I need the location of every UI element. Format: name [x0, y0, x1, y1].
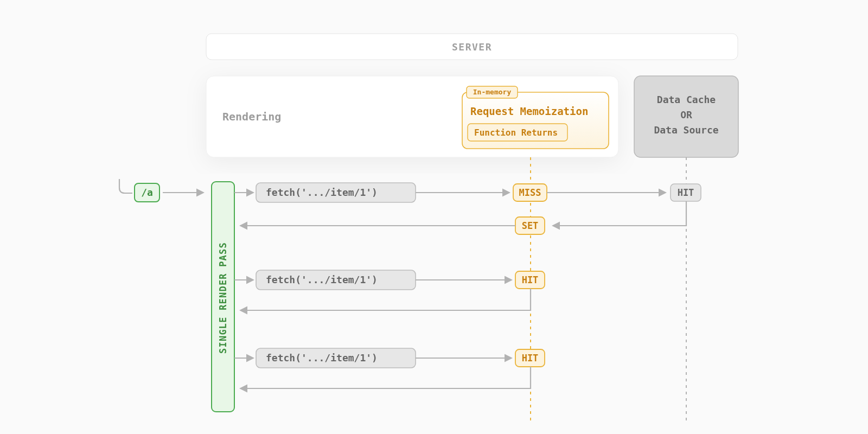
- r1-hit-label: HIT: [678, 187, 694, 198]
- r1-miss-label: MISS: [519, 187, 541, 198]
- r1-fetch-label: fetch('.../item/1'): [266, 187, 378, 198]
- memo-tag: In-memory: [473, 88, 512, 96]
- r2-set-label: SET: [522, 220, 539, 231]
- server-header-label: SERVER: [452, 41, 492, 53]
- route-label: /a: [141, 187, 153, 198]
- memo-sub: Function Returns: [474, 127, 558, 138]
- memo-title: Request Memoization: [470, 105, 588, 117]
- r3-fetch-label: fetch('.../item/1'): [266, 274, 378, 285]
- r4-hit-label: HIT: [522, 353, 539, 363]
- datacache-line2: OR: [680, 109, 692, 120]
- datacache-line3: Data Source: [654, 124, 718, 136]
- render-pass-label: SINGLE RENDER PASS: [218, 242, 228, 354]
- svg-rect-0: [0, 0, 868, 434]
- rendering-label: Rendering: [222, 110, 281, 123]
- r3-hit-label: HIT: [522, 275, 539, 285]
- r4-fetch-label: fetch('.../item/1'): [266, 352, 378, 363]
- datacache-line1: Data Cache: [657, 94, 716, 105]
